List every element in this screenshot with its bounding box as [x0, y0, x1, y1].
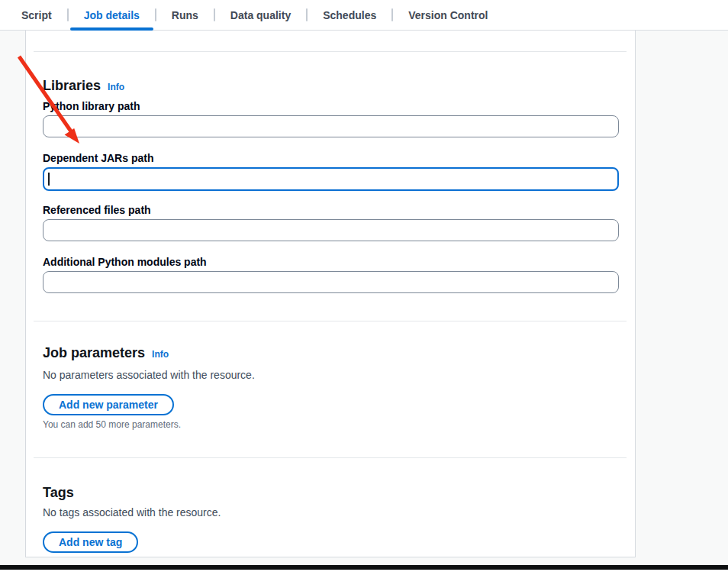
section-divider: [34, 321, 627, 321]
window-bottom-bar: [0, 565, 728, 570]
tab-data-quality[interactable]: Data quality: [215, 0, 306, 30]
tab-label: Version Control: [408, 9, 488, 21]
add-new-tag-button[interactable]: Add new tag: [43, 531, 138, 553]
libraries-section-title: Libraries Info: [43, 77, 124, 95]
referenced-files-path-input[interactable]: [43, 219, 619, 241]
tab-runs[interactable]: Runs: [156, 0, 214, 30]
section-divider: [34, 457, 627, 458]
tab-version-control[interactable]: Version Control: [393, 0, 503, 30]
referenced-files-path-label: Referenced files path: [43, 203, 151, 217]
tab-label: Data quality: [230, 9, 291, 21]
python-library-path-input[interactable]: [43, 115, 619, 137]
section-heading: Job parameters: [43, 344, 145, 361]
tab-label: Job details: [84, 9, 140, 21]
tags-empty-text: No tags associated with the resource.: [43, 506, 221, 519]
tab-bar: Script Job details Runs Data quality Sch…: [0, 0, 728, 31]
tab-schedules[interactable]: Schedules: [308, 0, 391, 30]
add-new-parameter-button[interactable]: Add new parameter: [43, 394, 174, 415]
tab-label: Schedules: [323, 9, 376, 21]
tab-label: Runs: [172, 9, 198, 21]
additional-python-modules-path-label: Additional Python modules path: [43, 255, 207, 269]
job-details-panel: Libraries Info Python library path Depen…: [25, 31, 636, 557]
dependent-jars-path-input[interactable]: [43, 167, 619, 191]
tab-label: Script: [21, 9, 52, 21]
job-parameters-section-title: Job parameters Info: [43, 344, 169, 363]
text-cursor: [48, 173, 50, 186]
tab-job-details[interactable]: Job details: [69, 0, 155, 30]
dependent-jars-path-label: Dependent JARs path: [43, 151, 153, 165]
additional-python-modules-path-input[interactable]: [43, 271, 619, 293]
job-parameters-empty-text: No parameters associated with the resour…: [43, 368, 255, 382]
section-heading: Tags: [43, 484, 74, 501]
tags-section-title: Tags: [43, 484, 74, 501]
section-heading: Libraries: [43, 77, 101, 94]
python-library-path-label: Python library path: [43, 99, 140, 113]
libraries-info-link[interactable]: Info: [108, 79, 124, 95]
tab-script[interactable]: Script: [6, 0, 67, 30]
section-divider: [34, 51, 627, 52]
job-parameters-info-link[interactable]: Info: [152, 346, 169, 363]
parameters-limit-text: You can add 50 more parameters.: [43, 419, 181, 431]
